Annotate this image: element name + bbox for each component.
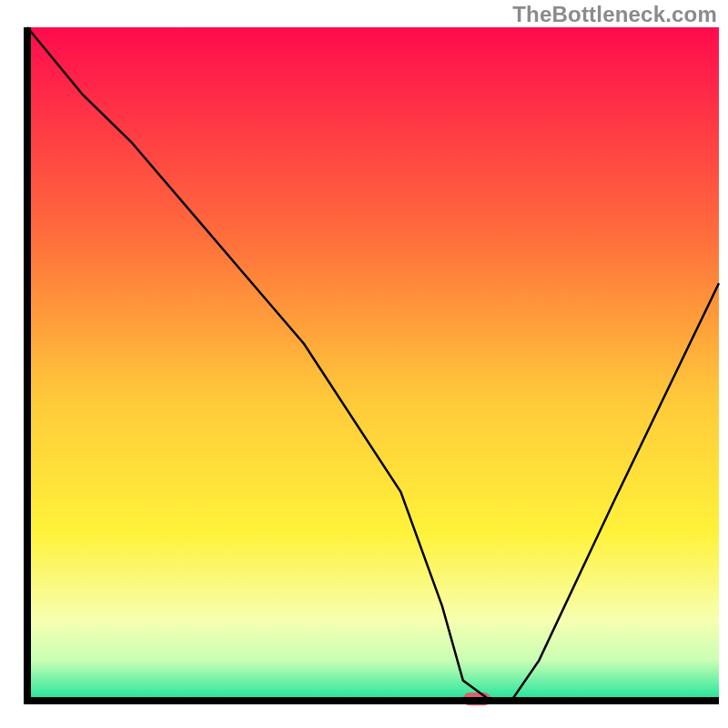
chart-background — [27, 27, 719, 701]
bottleneck-chart — [0, 0, 728, 728]
